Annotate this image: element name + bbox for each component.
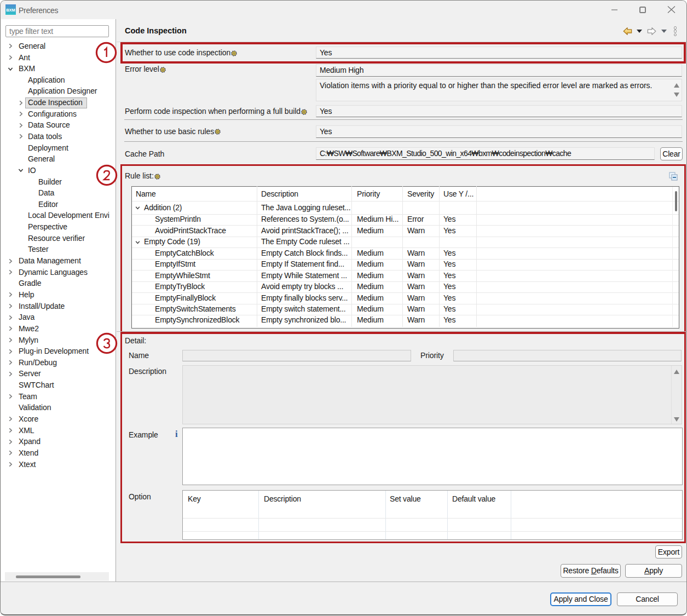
svg-text:BXM: BXM	[6, 8, 15, 13]
